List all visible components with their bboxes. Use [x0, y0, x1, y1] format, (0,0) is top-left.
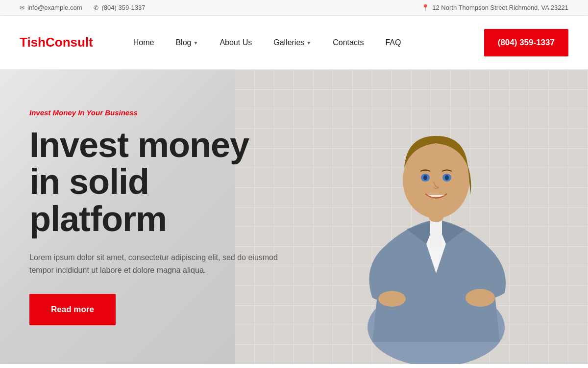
nav-galleries[interactable]: Galleries ▼: [263, 16, 322, 70]
email-icon: ✉: [20, 4, 24, 11]
hero-title-line2: in solid: [29, 162, 149, 201]
email-link[interactable]: ✉ info@example.com: [20, 4, 82, 11]
email-address: info@example.com: [27, 4, 82, 11]
nav-home-label: Home: [133, 38, 154, 47]
svg-point-7: [445, 175, 449, 180]
nav-about-label: About Us: [220, 38, 252, 47]
hero-description: Lorem ipsum dolor sit amet, consectetur …: [29, 251, 294, 276]
svg-rect-1: [430, 218, 442, 248]
hero-title-line1: Invest money: [29, 125, 249, 164]
top-bar: ✉ info@example.com ✆ (804) 359-1337 📍 12…: [0, 0, 588, 16]
hero-section: Invest Money In Your Business Invest mon…: [0, 70, 588, 364]
phone-number-topbar: (804) 359-1337: [101, 4, 145, 11]
nav-home[interactable]: Home: [122, 16, 165, 70]
galleries-dropdown-icon: ▼: [306, 40, 311, 46]
hero-content: Invest Money In Your Business Invest mon…: [0, 89, 323, 345]
person-figure: [333, 84, 539, 364]
address-text: 12 North Thompson Street Richmond, VA 23…: [432, 4, 568, 11]
svg-point-6: [423, 175, 427, 180]
hero-title: Invest money in solid platform: [29, 127, 294, 238]
logo[interactable]: TishConsult: [20, 35, 93, 50]
blog-dropdown-icon: ▼: [193, 40, 198, 46]
header: TishConsult Home Blog ▼ About Us Galleri…: [0, 16, 588, 70]
location-icon: 📍: [421, 4, 429, 11]
phone-icon-topbar: ✆: [94, 4, 98, 11]
svg-point-8: [466, 289, 495, 307]
phone-link-topbar[interactable]: ✆ (804) 359-1337: [94, 4, 145, 11]
top-bar-left: ✉ info@example.com ✆ (804) 359-1337: [20, 4, 145, 11]
hero-subtitle: Invest Money In Your Business: [29, 108, 294, 117]
nav-cta-phone[interactable]: (804) 359-1337: [484, 29, 568, 56]
nav-about[interactable]: About Us: [209, 16, 263, 70]
svg-point-9: [378, 291, 406, 307]
nav-contacts-label: Contacts: [333, 38, 364, 47]
read-more-button[interactable]: Read more: [29, 294, 116, 325]
hero-person-area: [323, 70, 549, 364]
main-nav: Home Blog ▼ About Us Galleries ▼ Contact…: [122, 16, 568, 70]
hero-title-line3: platform: [29, 199, 167, 238]
nav-faq-label: FAQ: [385, 38, 401, 47]
nav-blog-label: Blog: [175, 38, 191, 47]
nav-galleries-label: Galleries: [273, 38, 304, 47]
nav-blog[interactable]: Blog ▼: [165, 16, 209, 70]
nav-faq[interactable]: FAQ: [374, 16, 412, 70]
address-area: 📍 12 North Thompson Street Richmond, VA …: [421, 4, 568, 11]
nav-contacts[interactable]: Contacts: [322, 16, 374, 70]
